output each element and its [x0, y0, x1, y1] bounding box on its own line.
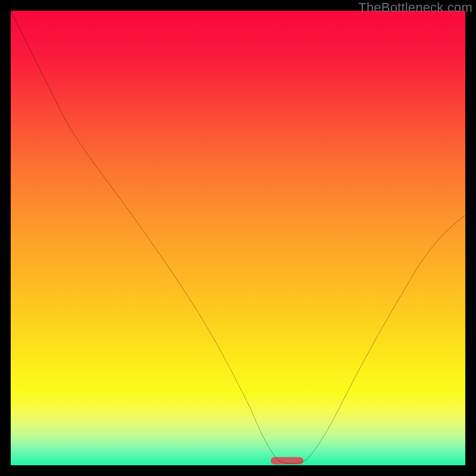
chart-stage: TheBottleneck.com — [0, 0, 476, 476]
chart-plot-area — [11, 11, 465, 465]
chart-overlay-svg — [11, 11, 465, 465]
selected-range-marker — [271, 457, 303, 464]
watermark-text: TheBottleneck.com — [358, 0, 472, 15]
bottleneck-curve — [11, 11, 465, 464]
